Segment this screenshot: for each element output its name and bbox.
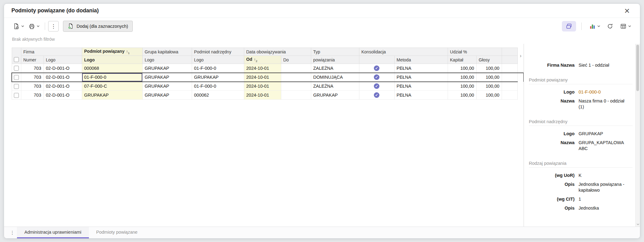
tab-podmioty-powiazane[interactable]: Podmioty powiązane <box>89 227 145 238</box>
cell-podmiot-logo: 000068 <box>82 64 142 73</box>
field-value: GRUPAKAP <box>579 131 625 137</box>
document-icon <box>13 23 20 30</box>
field-value: GRUPA_KAPTALOWA ABC <box>579 140 625 152</box>
field-value: Jednostka powiązana - kapitałowo <box>579 182 625 193</box>
chevron-down-icon[interactable] <box>37 25 40 27</box>
panel-expander-cell: › <box>517 48 524 64</box>
column-header-kapital[interactable]: Kapitał <box>448 56 476 64</box>
field-label: Logo <box>529 131 575 137</box>
column-header-konsolidacja-flag[interactable] <box>359 56 394 64</box>
cell-konsolidacja <box>359 91 394 100</box>
cell-firma-logo: 02-D-001-O <box>44 91 82 100</box>
add-selected-label: Dodaj (dla zaznaczonych) <box>77 24 128 29</box>
field-value: Sieć 1 - oddział <box>579 62 625 68</box>
cell-konsolidacja <box>359 64 394 73</box>
kebab-icon: ⋮ <box>51 23 56 30</box>
detail-field-nadrzedny-logo: Logo GRUPAKAP <box>529 131 633 137</box>
field-label: Logo <box>529 89 575 95</box>
header-column-row: Numer Logo Logo Logo Logo Od↑2 Do powiąz… <box>12 56 524 64</box>
toolbar-right-group <box>562 21 633 32</box>
chevron-right-icon[interactable]: › <box>520 53 521 59</box>
toggle-detail-panel-button[interactable] <box>562 21 576 31</box>
column-header-do[interactable]: Do <box>281 56 311 64</box>
group-header-firma[interactable]: Firma <box>21 48 82 56</box>
chart-icon <box>589 23 596 30</box>
column-settings-button[interactable] <box>618 21 633 32</box>
close-button[interactable]: × <box>621 6 633 16</box>
column-header-firma-logo[interactable]: Logo <box>44 56 82 64</box>
cell-metoda: PEŁNA <box>394 64 448 73</box>
group-header-udzial[interactable]: Udział % <box>448 48 502 56</box>
column-header-powiazania[interactable]: powiązania <box>311 56 359 64</box>
chevron-down-icon[interactable] <box>628 25 631 27</box>
scrollbar[interactable] <box>635 44 640 227</box>
row-checkbox[interactable] <box>14 75 19 80</box>
column-header-filler <box>502 56 517 64</box>
table-row[interactable]: 703 02-D-001-O 07-F-000-C GRUPAKAP 01-F-… <box>12 82 524 91</box>
group-header-konsolidacja[interactable]: Konsolidacja <box>359 48 448 56</box>
row-checkbox[interactable] <box>14 66 19 71</box>
more-options-button[interactable]: ⋮ <box>48 21 59 31</box>
chevron-down-icon[interactable] <box>21 25 24 27</box>
scroll-down-button[interactable] <box>636 223 640 225</box>
detail-field-podmiot-nazwa: Nazwa Nasza firma 0 - oddział (1) <box>529 98 633 110</box>
printer-icon <box>28 23 35 30</box>
row-checkbox[interactable] <box>14 84 19 89</box>
cell-konsolidacja <box>359 82 394 91</box>
group-header-grupa-kapitalowa[interactable]: Grupa kapitałowa <box>142 48 192 56</box>
cell-expander <box>517 91 524 100</box>
scrollbar-thumb[interactable] <box>636 45 639 91</box>
column-header-od[interactable]: Od↑2 <box>244 56 281 64</box>
group-header-data-obowiazywania[interactable]: Data obowiązywania <box>244 48 311 56</box>
detail-field-nadrzedny-nazwa: Nazwa GRUPA_KAPTALOWA ABC <box>529 140 633 152</box>
table-row-selected[interactable]: 703 02-D-001-O 01-F-000-0 GRUPAKAP GRUPA… <box>12 73 524 82</box>
add-selected-button[interactable]: Dodaj (dla zaznaczonych) <box>63 21 133 32</box>
cell-filler <box>502 64 517 73</box>
cell-grupa-logo: GRUPAKAP <box>142 82 192 91</box>
add-document-icon <box>68 23 74 29</box>
toolbar-divider <box>45 23 45 30</box>
column-header-grupa-logo[interactable]: Logo <box>142 56 192 64</box>
detail-panel-body: Firma Nazwa Sieć 1 - oddział Podmiot pow… <box>524 44 635 227</box>
field-value: Nasza firma 0 - oddział (1) <box>579 98 625 110</box>
cell-glosy: 100,00 <box>476 73 502 82</box>
field-value: Jednostka <box>579 205 625 211</box>
print-button[interactable] <box>26 21 42 32</box>
column-header-metoda[interactable]: Metoda <box>394 56 448 64</box>
cell-od: 2024-10-01 <box>244 91 281 100</box>
cell-metoda: PEŁNA <box>394 91 448 100</box>
detail-field-podmiot-logo: Logo 01-F-000-0 <box>529 89 633 95</box>
bottom-tabbar: ⋮ Administracja uprawnieniami Podmioty p… <box>4 227 640 238</box>
tab-administracja-uprawnieniami[interactable]: Administracja uprawnieniami <box>17 227 89 238</box>
sort-ascending-icon: ↑2 <box>254 57 257 62</box>
group-header-podmiot-nadrzedny[interactable]: Podmiot nadrzędny <box>192 48 244 56</box>
related-entities-dialog: Podmioty powiązane (do dodania) × <box>4 3 640 239</box>
cell-typ: GRUPAKAP <box>311 91 359 100</box>
cell-podmiot-logo-focused[interactable]: 01-F-000-0 <box>82 73 142 82</box>
row-select-cell <box>12 73 21 82</box>
table-row[interactable]: 703 02-D-001-O 000068 GRUPAKAP 01-F-000-… <box>12 64 524 73</box>
cell-grupa-logo: GRUPAKAP <box>142 91 192 100</box>
cell-typ: ZALEŻNA <box>311 64 359 73</box>
new-document-button[interactable] <box>11 21 26 32</box>
konsolidacja-check-icon <box>374 83 379 89</box>
field-value-link[interactable]: 01-F-000-0 <box>579 89 625 95</box>
column-header-nadrzedny-logo[interactable]: Logo <box>192 56 244 64</box>
row-checkbox[interactable] <box>14 93 19 98</box>
tabbar-menu-button[interactable]: ⋮ <box>8 227 17 238</box>
field-label: Opis <box>529 182 575 193</box>
cell-numer: 703 <box>21 64 44 73</box>
chart-view-button[interactable] <box>587 21 602 32</box>
refresh-button[interactable] <box>604 21 616 32</box>
group-header-typ[interactable]: Typ <box>311 48 359 56</box>
chevron-down-icon[interactable] <box>597 25 600 27</box>
column-header-numer[interactable]: Numer <box>21 56 44 64</box>
field-value: 1 <box>579 196 625 202</box>
group-header-podmiot-powiazany[interactable]: Podmiot powiązany↑1 <box>82 48 142 56</box>
cell-kapital: 100,00 <box>448 82 476 91</box>
field-label: Opis <box>529 205 575 211</box>
column-header-glosy[interactable]: Głosy <box>476 56 502 64</box>
table-row[interactable]: 703 02-D-001-O GRUPAKAP GRUPAKAP 000062 … <box>12 91 524 100</box>
column-header-podmiot-logo[interactable]: Logo <box>82 56 142 64</box>
select-all-checkbox[interactable] <box>14 57 19 62</box>
